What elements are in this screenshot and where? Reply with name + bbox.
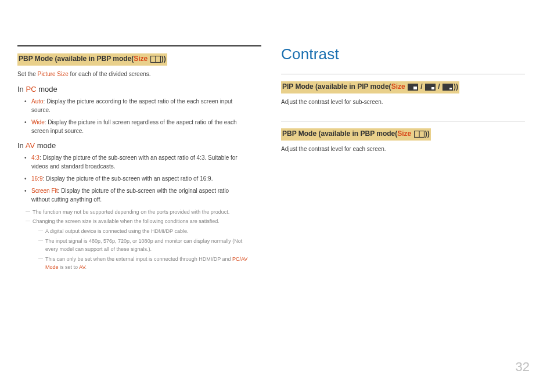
pc-mode-heading: In PC mode xyxy=(17,85,261,93)
subnote-item: A digital output device is connected usi… xyxy=(38,228,261,236)
item-term: 4:3 xyxy=(31,154,39,161)
heading-size: Size xyxy=(134,55,148,63)
av-mode-heading: In AV mode xyxy=(17,141,261,150)
page-number: 32 xyxy=(516,359,530,375)
av-mode-list: 4:3: Display the picture of the sub-scre… xyxy=(17,153,261,204)
page-container: PBP Mode (available in PBP mode(Size )) … xyxy=(0,0,554,274)
sn-red2: AV xyxy=(79,264,85,270)
av-post: mode xyxy=(35,141,56,150)
heading-size: Size xyxy=(391,82,405,91)
item-text: : Display the picture of the sub-screen … xyxy=(31,154,238,170)
intro-pre: Set the xyxy=(17,71,37,77)
item-text: : Display the picture according to the a… xyxy=(31,98,232,113)
pc-pre: In xyxy=(17,85,26,93)
heading-prefix: PBP Mode (available in PBP mode( xyxy=(19,55,134,63)
section-title-contrast: Contrast xyxy=(281,45,525,63)
pbp-mode-heading-right: PBP Mode (available in PBP mode(Size )) xyxy=(281,128,431,141)
pip-size-icon-1 xyxy=(408,84,418,92)
divider-light-1 xyxy=(281,74,525,74)
heading-suffix: )) xyxy=(454,82,458,91)
intro-post: for each of the divided screens. xyxy=(69,71,151,77)
pc-red: PC xyxy=(26,85,36,93)
list-item: 4:3: Display the picture of the sub-scre… xyxy=(26,153,261,171)
item-text: : Display the picture in full screen reg… xyxy=(31,119,237,134)
intro-text: Set the Picture Size for each of the div… xyxy=(17,70,261,79)
note-item: Changing the screen size is available wh… xyxy=(26,218,261,226)
list-item: Wide: Display the picture in full screen… xyxy=(26,118,261,135)
subnotes-block: A digital output device is connected usi… xyxy=(26,228,261,272)
pip-body: Adjust the contrast level for sub-screen… xyxy=(281,98,525,107)
intro-red: Picture Size xyxy=(37,71,68,77)
heading-prefix: PIP Mode (available in PIP mode( xyxy=(282,82,391,91)
heading-prefix: PBP Mode (available in PBP mode( xyxy=(282,130,397,138)
pc-post: mode xyxy=(37,85,57,93)
pbp-size-icon xyxy=(414,131,425,139)
svg-rect-7 xyxy=(449,88,452,89)
pbp-mode-heading-left: PBP Mode (available in PBP mode(Size )) xyxy=(17,53,167,66)
heading-suffix: )) xyxy=(161,55,166,63)
item-text: : Display the picture of the sub-screen … xyxy=(31,188,229,203)
heading-suffix: )) xyxy=(425,130,430,138)
item-term: Screen Fit xyxy=(31,188,58,194)
pc-mode-list: Auto: Display the picture according to t… xyxy=(17,97,261,135)
pip-size-icon-3 xyxy=(443,84,453,92)
right-column: Contrast PIP Mode (available in PIP mode… xyxy=(281,45,525,274)
pbp-body: Adjust the contrast level for each scree… xyxy=(281,145,525,154)
sn-pre: This can only be set when the external i… xyxy=(45,256,232,262)
list-item: Screen Fit: Display the picture of the s… xyxy=(26,186,261,204)
pbp-size-icon xyxy=(150,56,161,64)
list-item: 16:9: Display the picture of the sub-scr… xyxy=(26,174,261,183)
av-red: AV xyxy=(26,141,35,150)
notes-block: The function may not be supported depend… xyxy=(17,208,261,272)
pip-mode-heading: PIP Mode (available in PIP mode(Size / /… xyxy=(281,81,459,93)
subnote-item: The input signal is 480p, 576p, 720p, or… xyxy=(38,238,261,253)
list-item: Auto: Display the picture according to t… xyxy=(26,97,261,114)
left-column: PBP Mode (available in PBP mode(Size )) … xyxy=(17,45,261,274)
divider-light-2 xyxy=(281,121,525,121)
item-term: Auto xyxy=(31,98,44,105)
heading-size: Size xyxy=(397,130,411,138)
sn-post: . xyxy=(85,264,87,270)
item-term: 16:9 xyxy=(31,175,42,182)
av-pre: In xyxy=(17,141,26,150)
pip-size-icon-2 xyxy=(425,84,436,92)
svg-rect-5 xyxy=(431,87,434,89)
note-item: The function may not be supported depend… xyxy=(26,208,261,217)
item-term: Wide xyxy=(31,119,45,125)
subnote-item: This can only be set when the external i… xyxy=(38,256,261,271)
divider-top-left xyxy=(17,45,261,46)
svg-rect-3 xyxy=(413,87,417,89)
sn-mid: is set to xyxy=(59,264,80,270)
item-text: : Display the picture of the sub-screen … xyxy=(42,175,213,182)
